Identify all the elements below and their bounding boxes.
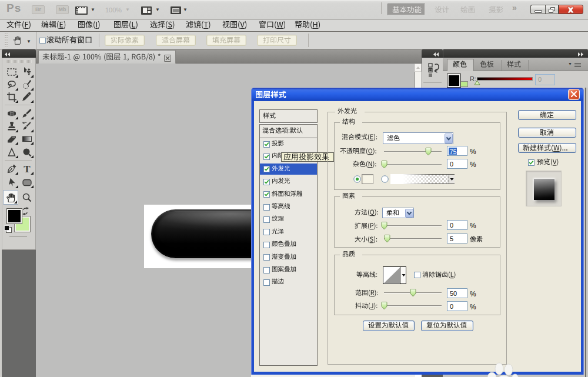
- svg-text:T: T: [24, 164, 31, 175]
